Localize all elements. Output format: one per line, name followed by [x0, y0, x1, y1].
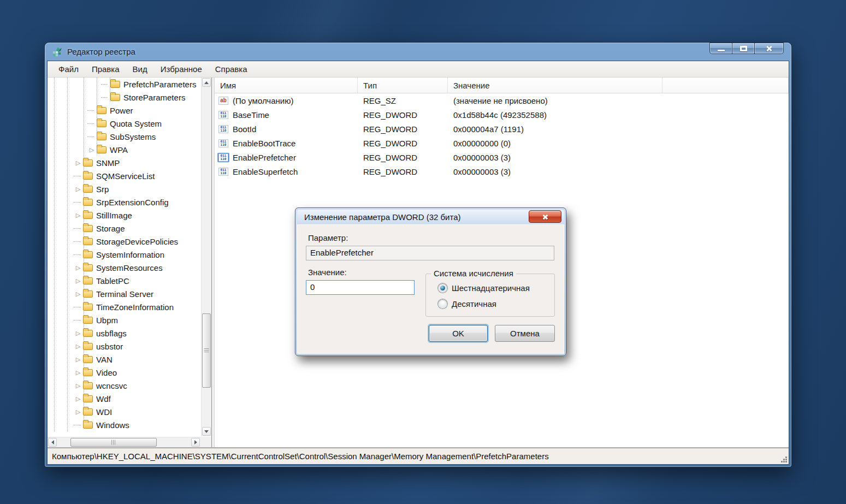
tree-vertical-scrollbar[interactable]: [201, 78, 211, 436]
registry-value-row-enableboottrace[interactable]: 011110EnableBootTraceREG_DWORD0x00000000…: [215, 136, 789, 150]
tree-item-systemresources[interactable]: ▷SystemResources: [48, 261, 200, 274]
tree-item-storage[interactable]: Storage: [48, 222, 200, 235]
tree-item-stillimage[interactable]: ▷StillImage: [48, 209, 200, 222]
chevron-right-icon[interactable]: ▷: [74, 343, 82, 350]
window-controls: [710, 43, 784, 54]
column-header-extra[interactable]: [662, 78, 789, 93]
tree-item-label: SubSystems: [110, 132, 156, 141]
column-header-name[interactable]: Имя: [215, 78, 358, 93]
arrow-down-icon: [204, 430, 209, 435]
registry-value-row-basetime[interactable]: 011110BaseTimeREG_DWORD0x1d58b44c (49235…: [215, 108, 789, 122]
tree-item-usbstor[interactable]: ▷usbstor: [48, 340, 200, 353]
chevron-right-icon[interactable]: ▷: [74, 369, 82, 376]
tree-item-subsystems[interactable]: SubSystems: [48, 130, 200, 143]
radio-hexadecimal[interactable]: Шестнадцатеричная: [438, 283, 530, 293]
folder-icon: [83, 212, 93, 219]
close-button[interactable]: [754, 43, 784, 54]
menu-item-edit[interactable]: Правка: [85, 62, 126, 76]
tree-item-wcncsvc[interactable]: ▷wcncsvc: [48, 379, 200, 392]
tree-item-wdf[interactable]: ▷Wdf: [48, 392, 200, 405]
registry-value-row-enableprefetcher[interactable]: 011110EnablePrefetcherREG_DWORD0x0000000…: [215, 150, 789, 164]
tree-item-video[interactable]: ▷Video: [48, 366, 200, 379]
value-name: EnableBootTrace: [233, 139, 295, 148]
tree-connector: [74, 307, 80, 307]
chevron-right-icon[interactable]: ▷: [74, 212, 82, 219]
tree-item-terminal-server[interactable]: ▷Terminal Server: [48, 287, 200, 300]
param-name-field[interactable]: EnablePrefetcher: [306, 246, 554, 260]
tree-item-quota-system[interactable]: Quota System: [48, 117, 200, 130]
chevron-right-icon[interactable]: ▷: [74, 382, 82, 389]
value-name: EnablePrefetcher: [233, 153, 296, 162]
dialog-title-bar[interactable]: Изменение параметра DWORD (32 бита): [297, 210, 564, 224]
tree-item-timezoneinformation[interactable]: TimeZoneInformation: [48, 300, 200, 313]
registry-value-row-default[interactable]: ab(По умолчанию)REG_SZ(значение не присв…: [215, 93, 789, 108]
folder-icon: [83, 159, 93, 167]
folder-icon: [83, 199, 93, 206]
maximize-button[interactable]: [732, 43, 755, 54]
vertical-scrollbar-thumb[interactable]: [202, 313, 211, 388]
chevron-right-icon[interactable]: ▷: [87, 146, 96, 153]
reg-dword-icon: 011110: [218, 153, 228, 162]
value-name-cell: 011110EnableSuperfetch: [215, 167, 358, 176]
value-name: EnableSuperfetch: [233, 167, 298, 176]
title-bar[interactable]: Редактор реестра: [47, 43, 789, 61]
tree-item-windows[interactable]: Windows: [48, 418, 200, 431]
dialog-close-button[interactable]: [529, 210, 561, 223]
resize-grip-icon[interactable]: [780, 455, 788, 463]
minimize-button[interactable]: [709, 43, 732, 54]
scroll-left-button[interactable]: [48, 438, 57, 447]
tree-item-label: StillImage: [96, 211, 132, 220]
registry-value-row-enablesuperfetch[interactable]: 011110EnableSuperfetchREG_DWORD0x0000000…: [215, 164, 789, 179]
reg-dword-icon: 011110: [218, 125, 228, 133]
tree-item-systeminformation[interactable]: SystemInformation: [48, 248, 200, 261]
chevron-right-icon[interactable]: ▷: [74, 159, 82, 167]
registry-value-row-bootid[interactable]: 011110BootIdREG_DWORD0x000004a7 (1191): [215, 122, 789, 136]
tree-connector: [74, 320, 80, 321]
tree-item-power[interactable]: Power: [48, 104, 200, 117]
menu-item-favorites[interactable]: Избранное: [154, 62, 209, 76]
chevron-right-icon[interactable]: ▷: [74, 356, 82, 363]
chevron-right-icon[interactable]: ▷: [74, 395, 82, 402]
chevron-right-icon[interactable]: ▷: [74, 277, 82, 284]
tree-item-usbflags[interactable]: ▷usbflags: [48, 327, 200, 340]
chevron-right-icon[interactable]: ▷: [74, 264, 82, 271]
tree-item-sqmservicelist[interactable]: SQMServiceList: [48, 169, 200, 182]
value-icon: 011110: [218, 124, 229, 134]
tree-item-label: usbstor: [96, 342, 123, 351]
horizontal-scrollbar-thumb[interactable]: [70, 438, 157, 447]
menu-item-help[interactable]: Справка: [209, 62, 254, 76]
scroll-down-button[interactable]: [202, 427, 211, 436]
tree-item-label: SrpExtensionConfig: [96, 198, 169, 207]
tree-item-tabletpc[interactable]: ▷TabletPC: [48, 274, 200, 287]
folder-icon: [83, 304, 93, 311]
scroll-right-button[interactable]: [191, 438, 200, 447]
radio-selected-icon: [438, 283, 447, 293]
tree-item-snmp[interactable]: ▷SNMP: [48, 156, 200, 169]
folder-icon: [97, 120, 107, 127]
column-header-type[interactable]: Тип: [358, 78, 448, 93]
menu-item-view[interactable]: Вид: [126, 62, 154, 76]
tree-item-ubpm[interactable]: Ubpm: [48, 313, 200, 327]
ok-button[interactable]: OK: [429, 325, 488, 342]
chevron-right-icon[interactable]: ▷: [74, 290, 82, 298]
radio-decimal[interactable]: Десятичная: [438, 299, 496, 309]
column-header-value[interactable]: Значение: [448, 78, 662, 93]
chevron-right-icon[interactable]: ▷: [74, 408, 82, 416]
tree-item-storagedevicepolicies[interactable]: StorageDevicePolicies: [48, 235, 200, 248]
value-input[interactable]: 0: [306, 280, 415, 295]
chevron-right-icon[interactable]: ▷: [74, 186, 82, 193]
tree-item-wpa[interactable]: ▷WPA: [48, 143, 200, 156]
folder-icon: [97, 107, 107, 114]
tree-item-srpextensionconfig[interactable]: SrpExtensionConfig: [48, 195, 200, 209]
tree-item-storeparameters[interactable]: StoreParameters: [48, 91, 200, 104]
tree-item-wdi[interactable]: ▷WDI: [48, 405, 200, 418]
cancel-button[interactable]: Отмена: [495, 325, 555, 342]
menu-item-file[interactable]: Файл: [52, 62, 85, 76]
tree-item-prefetchparameters[interactable]: PrefetchParameters: [48, 78, 200, 91]
tree-item-label: Terminal Server: [96, 289, 153, 299]
chevron-right-icon[interactable]: ▷: [74, 330, 82, 337]
tree-item-srp[interactable]: ▷Srp: [48, 182, 200, 195]
scroll-up-button[interactable]: [202, 78, 211, 87]
tree-horizontal-scrollbar[interactable]: [48, 437, 200, 447]
tree-item-van[interactable]: ▷VAN: [48, 353, 200, 366]
